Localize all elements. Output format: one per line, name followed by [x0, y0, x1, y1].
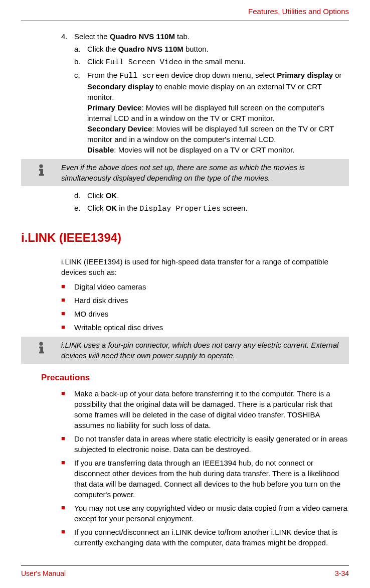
precautions-heading: Precautions [41, 372, 349, 384]
bullet-icon: ■ [61, 503, 74, 524]
text: button. [183, 45, 209, 53]
text: or [333, 71, 342, 79]
step-number: 4. [61, 31, 74, 42]
text: From the [87, 71, 119, 79]
sub-steps-cont: d. Click OK. e. Click OK in the Display … [61, 190, 349, 214]
sub-step-d: d. Click OK. [74, 190, 349, 201]
text: in the small menu. [182, 57, 246, 66]
text: device drop down menu, select [169, 71, 277, 79]
sub-step-c: c. From the Full screen device drop down… [74, 70, 349, 155]
bullet-icon: ■ [61, 281, 74, 292]
main-content: 4. Select the Quadro NVS 110M tab. a. Cl… [21, 31, 349, 548]
bold-text: Primary Device [87, 103, 141, 112]
bullet-icon: ■ [61, 388, 74, 430]
list-text: Hard disk drives [74, 295, 349, 306]
note-text: i.LINK uses a four-pin connector, which … [61, 340, 344, 361]
note-box-2: i.LINK uses a four-pin connector, which … [21, 337, 349, 364]
list-text: Writable optical disc drives [74, 322, 349, 333]
text: screen. [221, 204, 247, 212]
footer-left: User's Manual [21, 569, 66, 579]
note-box-1: Even if the above does not set up, there… [21, 159, 349, 186]
list-item: ■ Make a back-up of your data before tra… [61, 388, 349, 430]
svg-rect-7 [39, 351, 44, 353]
sub-step-e: e. Click OK in the Display Properties sc… [74, 203, 349, 214]
list-text: MO drives [74, 309, 349, 319]
sub-letter: d. [74, 190, 87, 201]
sub-body: Click OK in the Display Properties scree… [87, 203, 349, 214]
sub-steps: a. Click the Quadro NVS 110M button. b. … [61, 44, 349, 155]
bullet-icon: ■ [61, 295, 74, 306]
list-item: ■ Digital video cameras [61, 281, 349, 292]
bullet-icon: ■ [61, 322, 74, 333]
list-text: If you connect/disconnect an i.LINK devi… [74, 527, 349, 548]
ilink-list: ■ Digital video cameras ■ Hard disk driv… [61, 281, 349, 333]
bullet-icon: ■ [61, 309, 74, 319]
bullet-icon: ■ [61, 458, 74, 500]
text: Click the [87, 45, 118, 53]
list-item: ■ Hard disk drives [61, 295, 349, 306]
step-4: 4. Select the Quadro NVS 110M tab. [61, 31, 349, 42]
list-item: ■ If you are transferring data through a… [61, 458, 349, 500]
text: Click [87, 204, 106, 212]
bold-text: Quadro NVS 110M [110, 32, 175, 41]
text: tab. [175, 32, 190, 41]
list-text: You may not use any copyrighted video or… [74, 503, 349, 524]
bold-text: Quadro NVS 110M [118, 45, 183, 53]
mono-text: Full screen [119, 72, 169, 80]
bold-text: OK [106, 191, 117, 200]
step-text: Select the Quadro NVS 110M tab. [74, 31, 190, 42]
text: Click [87, 57, 106, 66]
text: in the [117, 204, 139, 212]
ilink-intro: i.LINK (IEEE1394) is used for high-speed… [61, 256, 349, 277]
text: Select the [74, 32, 110, 41]
sub-letter: c. [74, 70, 87, 155]
list-text: Make a back-up of your data before trans… [74, 388, 349, 430]
mono-text: Full Screen Video [106, 58, 182, 67]
list-item: ■ You may not use any copyrighted video … [61, 503, 349, 524]
sub-letter: b. [74, 56, 87, 68]
sub-body: Click OK. [87, 190, 349, 201]
footer-page-number: 3-34 [335, 569, 349, 579]
sub-body: Click the Quadro NVS 110M button. [87, 44, 349, 54]
list-item: ■ Writable optical disc drives [61, 322, 349, 333]
text: Click [87, 191, 106, 200]
footer-row: User's Manual 3-34 [21, 569, 349, 579]
ilink-heading: i.LINK (IEEE1394) [21, 229, 349, 246]
info-icon [21, 162, 61, 177]
sub-body: Click Full Screen Video in the small men… [87, 56, 349, 68]
list-text: Do not transfer data in areas where stat… [74, 433, 349, 455]
svg-point-4 [39, 342, 43, 345]
svg-rect-3 [39, 174, 44, 176]
bullet-icon: ■ [61, 527, 74, 548]
text: : Movies will not be displayed on a TV o… [114, 145, 294, 154]
bold-text: Disable [87, 145, 114, 154]
sub-body: From the Full screen device drop down me… [87, 70, 349, 155]
svg-point-0 [39, 164, 43, 168]
precautions-list: ■ Make a back-up of your data before tra… [61, 388, 349, 548]
bold-text: Primary display [277, 71, 333, 79]
bullet-icon: ■ [61, 433, 74, 455]
list-item: ■ Do not transfer data in areas where st… [61, 433, 349, 455]
bold-text: Secondary display [87, 82, 154, 91]
sub-letter: a. [74, 44, 87, 54]
footer: User's Manual 3-34 [21, 565, 349, 579]
sub-letter: e. [74, 203, 87, 214]
note-text: Even if the above does not set up, there… [61, 162, 344, 183]
info-icon [21, 340, 61, 355]
text: . [117, 191, 119, 200]
mono-text: Display Properties [139, 205, 221, 213]
bold-text: Secondary Device [87, 124, 152, 133]
sub-step-a: a. Click the Quadro NVS 110M button. [74, 44, 349, 54]
list-text: If you are transferring data through an … [74, 458, 349, 500]
bold-text: OK [106, 204, 117, 212]
footer-rule [21, 565, 349, 566]
list-item: ■ MO drives [61, 309, 349, 319]
header-section-title: Features, Utilities and Options [21, 6, 349, 17]
header-rule [21, 21, 349, 21]
list-item: ■ If you connect/disconnect an i.LINK de… [61, 527, 349, 548]
list-text: Digital video cameras [74, 281, 349, 292]
sub-step-b: b. Click Full Screen Video in the small … [74, 56, 349, 68]
